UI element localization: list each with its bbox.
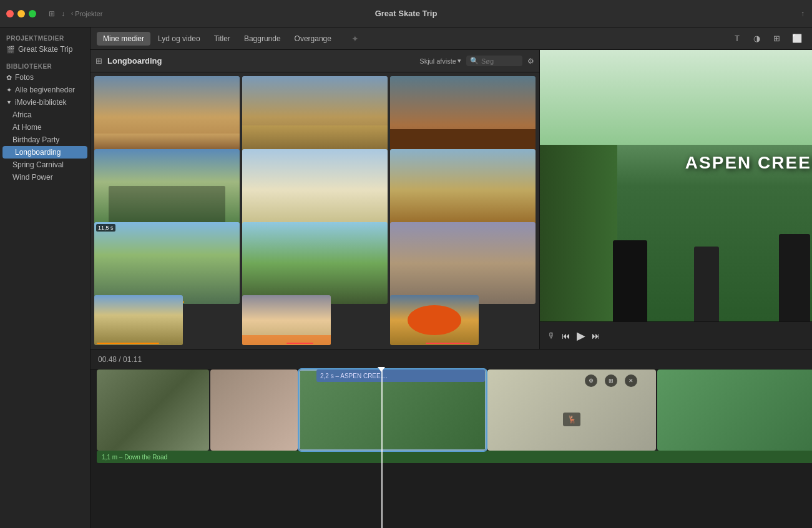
download-icon[interactable]: ↓ [61, 9, 65, 18]
toolbar-icons: T ◑ ⊞ ⬜ ▶ ♪ ≡ ↺ ☁ ℹ Nulstil alle [730, 31, 812, 46]
media-thumb-10[interactable] [94, 295, 183, 345]
maximize-button[interactable] [29, 10, 36, 17]
video-tool-icon[interactable]: ▶ [810, 31, 812, 46]
sidebar-item-at-home[interactable]: At Home [0, 121, 90, 134]
audio-track: 1,1 m – Down the Road [97, 451, 812, 463]
share-icon[interactable]: ↑ [801, 9, 805, 18]
tab-mine-medier[interactable]: Mine medier [97, 32, 150, 46]
chevron-down-icon: ▼ [6, 99, 12, 105]
close-button[interactable] [6, 10, 14, 17]
media-thumb-9[interactable] [390, 222, 536, 304]
content-area: ⊞ Longboarding Skjul afviste ▾ 🔍 ⚙ [90, 50, 812, 350]
star-icon: ✦ [6, 86, 12, 94]
text-tool-icon[interactable]: T [730, 31, 745, 46]
right-panel: Mine medier Lyd og video Titler Baggrund… [90, 27, 812, 528]
speed-overlay-icon: ⚙ [585, 374, 597, 387]
back-projekter-button[interactable]: ‹ Projekter [71, 10, 102, 17]
scene-background: ASPEN CREEK [540, 50, 812, 321]
media-thumb-2[interactable] [242, 76, 388, 158]
main-container: PROJEKTMEDIER 🎬 Great Skate Trip BIBLIOT… [0, 27, 812, 528]
tabs-bar: Mine medier Lyd og video Titler Baggrund… [90, 27, 812, 50]
media-thumb-4[interactable] [94, 149, 240, 231]
crop-tool-icon[interactable]: ⊞ [770, 31, 785, 46]
person-silhouette-1 [613, 240, 647, 321]
traffic-lights [0, 10, 36, 17]
preview-video: ASPEN CREEK [540, 50, 812, 321]
tab-overgange[interactable]: Overgange [288, 32, 338, 46]
search-input[interactable] [481, 57, 519, 65]
fotos-icon: ✿ [6, 74, 12, 82]
media-thumb-11[interactable] [242, 295, 331, 345]
preview-controls: 🎙 ⏮ ▶ ⏭ 00.48 / 01.11 ⤢ [540, 321, 812, 349]
chevron-down-icon: ▾ [457, 57, 461, 65]
title-clip[interactable]: 2,2 s – ASPEN CREE.... [316, 369, 485, 382]
silhouettes [540, 145, 812, 321]
prev-frame-button[interactable]: ⏮ [562, 331, 570, 341]
color-tool-icon[interactable]: ◑ [750, 31, 765, 46]
hide-rejected-button[interactable]: Skjul afviste ▾ [419, 57, 461, 65]
deer-icon: 🦌 [563, 413, 580, 426]
sidebar-item-africa[interactable]: Africa [0, 109, 90, 121]
transform-tool-icon[interactable]: ⬜ [790, 31, 805, 46]
media-thumb-7[interactable]: 11,5 s [94, 222, 240, 304]
playhead-indicator-top [378, 367, 385, 372]
clip-close-icon: ✕ [625, 374, 637, 387]
projektmedier-label: PROJEKTMEDIER [0, 32, 90, 43]
play-pause-button[interactable]: ▶ [577, 329, 585, 343]
grid-view-icon[interactable]: ⊞ [95, 56, 102, 66]
sidebar-item-birthday-party[interactable]: Birthday Party [0, 134, 90, 146]
magic-wand-icon[interactable]: ✦ [351, 34, 359, 44]
sidebar-item-wind-power[interactable]: Wind Power [0, 171, 90, 183]
media-thumb-6[interactable] [390, 149, 536, 231]
sidebar-item-alle-begivenheder[interactable]: ✦ Alle begivenheder [0, 84, 90, 96]
tab-lyd-og-video[interactable]: Lyd og video [152, 32, 207, 46]
clip-trees[interactable] [657, 369, 812, 451]
film-icon: 🎬 [6, 46, 15, 54]
media-thumb-1[interactable] [94, 76, 240, 158]
clip-skate-road[interactable]: ⚙ ⊞ ✕ 🦌 [487, 369, 656, 451]
media-thumb-5[interactable] [242, 149, 388, 231]
search-icon: 🔍 [470, 57, 479, 65]
person-silhouette-3 [779, 234, 810, 321]
browser-title: Longboarding [107, 56, 162, 66]
clip-road[interactable] [97, 369, 209, 451]
mic-icon[interactable]: 🎙 [547, 331, 555, 340]
search-box[interactable]: 🔍 [466, 56, 522, 66]
media-thumb-3[interactable] [390, 76, 536, 158]
titlebar: ⊞ ↓ ‹ Projekter Great Skate Trip ↑ [0, 0, 812, 27]
volume-settings-bar: 00.48 / 01.11 🏔 Indstillinger [90, 350, 812, 369]
media-browser: ⊞ Longboarding Skjul afviste ▾ 🔍 ⚙ [90, 50, 540, 349]
tab-baggrunde[interactable]: Baggrunde [238, 32, 287, 46]
sidebar-item-spring-carnival[interactable]: Spring Carnival [0, 159, 90, 171]
sidebar-item-fotos[interactable]: ✿ Fotos [0, 71, 90, 84]
media-thumb-12[interactable] [390, 295, 479, 345]
audio-track-label: 1,1 m – Down the Road [102, 454, 167, 461]
timeline-timecode: 00.48 / 01.11 [98, 355, 142, 364]
settings-icon[interactable]: ⚙ [527, 57, 534, 66]
sidebar-item-longboarding[interactable]: Longboarding [2, 146, 87, 159]
window-title: Great Skate Trip [375, 9, 438, 18]
layout-icon[interactable]: ⊞ [49, 9, 55, 18]
media-grid: 11,5 s [90, 72, 539, 349]
biblioteker-label: BIBLIOTEKER [0, 61, 90, 71]
imovie-bibliotek-label: ▼ iMovie-bibliotek [0, 96, 90, 109]
tab-titler[interactable]: Titler [208, 32, 237, 46]
next-frame-button[interactable]: ⏭ [592, 331, 600, 341]
thumb-duration-7: 11,5 s [96, 224, 115, 232]
clip-overlay-icon: ⊞ [605, 374, 617, 387]
clip-face1[interactable] [210, 369, 298, 451]
timeline-area: 2,2 s – ASPEN CREE.... [90, 369, 812, 528]
media-browser-header: ⊞ Longboarding Skjul afviste ▾ 🔍 ⚙ [90, 50, 539, 72]
sidebar: PROJEKTMEDIER 🎬 Great Skate Trip BIBLIOT… [0, 27, 90, 528]
preview-panel: ASPEN CREEK 🎙 ⏮ ▶ ⏭ [540, 50, 812, 349]
media-thumb-8[interactable] [242, 222, 388, 304]
minimize-button[interactable] [17, 10, 25, 17]
person-silhouette-2 [694, 247, 719, 321]
sidebar-item-great-skate-trip[interactable]: 🎬 Great Skate Trip [0, 43, 90, 56]
